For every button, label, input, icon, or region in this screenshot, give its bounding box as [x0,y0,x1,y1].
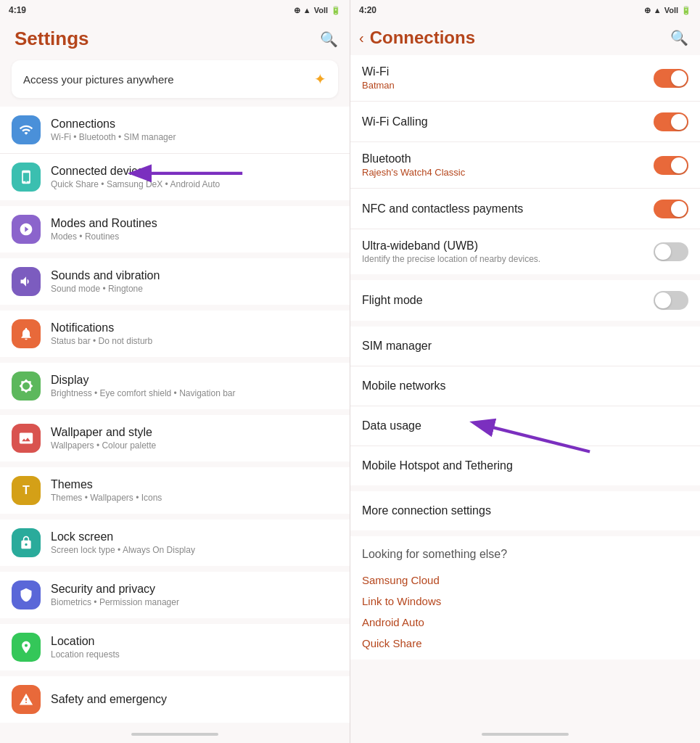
conn-item-sim-manager[interactable]: SIM manager [350,327,700,366]
conn-item-wifi[interactable]: Wi-Fi Batman [350,55,700,102]
settings-item-safety[interactable]: Safety and emergency [0,676,350,723]
settings-item-lock[interactable]: Lock screen Screen lock type • Always On… [0,520,350,566]
wifi-toggle[interactable] [654,69,688,88]
settings-item-themes[interactable]: T Themes Themes • Wallpapers • Icons [0,467,350,514]
back-button[interactable]: ‹ [359,30,364,46]
connected-devices-icon [12,163,41,192]
battery-status-icon: 🔋 [331,6,341,15]
conn-item-more-settings[interactable]: More connection settings [350,491,700,530]
themes-subtitle: Themes • Wallpapers • Icons [51,493,338,503]
samsung-cloud-link[interactable]: Samsung Cloud [362,570,688,591]
sim-manager-title: SIM manager [362,340,688,353]
left-panel: 4:19 ⊕ ▲ Voll 🔋 Settings 🔍 Access your p… [0,0,350,743]
conn-item-nfc[interactable]: NFC and contactless payments [350,189,700,229]
notifications-icon [12,319,41,348]
settings-group-display: Display Brightness • Eye comfort shield … [0,363,350,409]
settings-group-notifications: Notifications Status bar • Do not distur… [0,311,350,357]
left-time: 4:19 [9,5,26,15]
settings-item-sounds[interactable]: Sounds and vibration Sound mode • Ringto… [0,258,350,305]
conn-item-bluetooth[interactable]: Bluetooth Rajesh's Watch4 Classic [350,142,700,189]
settings-item-connected-devices[interactable]: Connected devices Quick Share • Samsung … [0,154,350,200]
left-status-bar: 4:19 ⊕ ▲ Voll 🔋 [0,0,350,20]
settings-item-modes[interactable]: Modes and Routines Modes • Routines [0,206,350,253]
bluetooth-toggle-thumb [671,157,687,173]
conn-item-mobile-networks[interactable]: Mobile networks [350,366,700,406]
settings-item-security[interactable]: Security and privacy Biometrics • Permis… [0,572,350,618]
bluetooth-toggle[interactable] [654,156,688,175]
settings-list: Connections Wi-Fi • Bluetooth • SIM mana… [0,107,350,726]
link-to-windows-link[interactable]: Link to Windows [362,591,688,612]
themes-title: Themes [51,478,338,491]
wifi-calling-toggle-thumb [671,114,687,130]
settings-item-notifications[interactable]: Notifications Status bar • Do not distur… [0,311,350,357]
svg-line-3 [476,423,590,451]
security-subtitle: Biometrics • Permission manager [51,597,338,607]
notifications-subtitle: Status bar • Do not disturb [51,336,338,346]
notifications-title: Notifications [51,321,338,334]
settings-item-location[interactable]: Location Location requests [0,624,350,670]
settings-item-connections[interactable]: Connections Wi-Fi • Bluetooth • SIM mana… [0,107,350,154]
quick-share-link[interactable]: Quick Share [362,633,688,654]
wallpaper-subtitle: Wallpapers • Colour palette [51,440,338,451]
settings-group-security: Security and privacy Biometrics • Permis… [0,572,350,618]
uwb-toggle-thumb [655,244,671,260]
location-icon [12,633,41,662]
safety-icon [12,685,41,714]
sparkle-icon: ✦ [314,70,326,88]
sounds-subtitle: Sound mode • Ringtone [51,284,338,294]
wifi-calling-text: Wi-Fi Calling [362,115,654,128]
promo-banner[interactable]: Access your pictures anywhere ✦ [12,60,338,98]
lock-text: Lock screen Screen lock type • Always On… [51,530,338,555]
sounds-icon [12,267,41,296]
right-header: ‹ Connections 🔍 [350,20,700,55]
search-icon[interactable]: 🔍 [320,30,338,48]
right-time: 4:20 [359,5,376,15]
looking-title: Looking for something else? [362,548,688,561]
settings-item-wallpaper[interactable]: Wallpaper and style Wallpapers • Colour … [0,415,350,461]
uwb-toggle[interactable] [654,242,688,261]
conn-group-flight: Flight mode [350,280,700,321]
display-title: Display [51,374,338,387]
settings-item-display[interactable]: Display Brightness • Eye comfort shield … [0,363,350,409]
connections-page-title: Connections [370,28,475,48]
conn-item-flight[interactable]: Flight mode [350,280,700,321]
wallpaper-text: Wallpaper and style Wallpapers • Colour … [51,426,338,451]
right-bottom-indicator [482,733,569,736]
wifi-text: Wi-Fi Batman [362,65,654,91]
security-title: Security and privacy [51,583,338,596]
wifi-status-icon: ▲ [303,6,311,15]
flight-toggle-thumb [655,292,671,308]
display-icon [12,372,41,401]
location-text: Location Location requests [51,635,338,660]
right-search-icon[interactable]: 🔍 [670,29,688,46]
settings-group-lock: Lock screen Screen lock type • Always On… [0,520,350,566]
modes-subtitle: Modes • Routines [51,231,338,242]
nfc-toggle[interactable] [654,200,688,218]
right-bottom-bar [350,726,700,743]
connections-subtitle: Wi-Fi • Bluetooth • SIM manager [51,132,338,142]
display-text: Display Brightness • Eye comfort shield … [51,374,338,398]
wifi-toggle-thumb [671,70,687,86]
safety-title: Safety and emergency [51,693,338,706]
flight-text: Flight mode [362,294,654,307]
settings-group-modes: Modes and Routines Modes • Routines [0,206,350,253]
connected-devices-subtitle: Quick Share • Samsung DeX • Android Auto [51,179,338,189]
flight-toggle[interactable] [654,291,688,310]
nfc-toggle-thumb [671,201,687,217]
left-status-icons: ⊕ ▲ Voll 🔋 [294,6,341,15]
conn-group-toggles: Wi-Fi Batman Wi-Fi Calling [350,55,700,274]
conn-item-wifi-calling[interactable]: Wi-Fi Calling [350,102,700,142]
left-header: Settings 🔍 [0,20,350,57]
settings-group-location: Location Location requests [0,624,350,670]
wifi-title: Wi-Fi [362,65,654,78]
wifi-calling-title: Wi-Fi Calling [362,115,654,128]
connections-icon [12,115,41,144]
settings-group-safety: Safety and emergency [0,676,350,723]
android-auto-link[interactable]: Android Auto [362,612,688,633]
conn-item-uwb[interactable]: Ultra-wideband (UWB) Identify the precis… [350,229,700,274]
right-status-bar: 4:20 ⊕ ▲ Voll 🔋 [350,0,700,20]
themes-icon: T [12,476,41,505]
wifi-calling-toggle[interactable] [654,112,688,131]
security-text: Security and privacy Biometrics • Permis… [51,583,338,607]
security-icon [12,580,41,609]
